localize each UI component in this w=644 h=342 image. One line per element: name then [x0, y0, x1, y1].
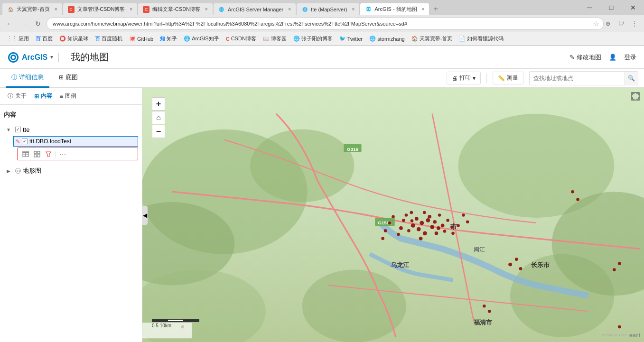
bookmark-zhishi[interactable]: ⭕ 知识星球 — [56, 34, 91, 43]
back-button[interactable]: ← — [4, 18, 15, 29]
bookmark-github[interactable]: 🐙 GitHub — [126, 35, 156, 43]
tab-icon-csdn2: C — [143, 6, 149, 13]
measure-button[interactable]: 📏 测量 — [493, 72, 523, 84]
bookmark-baidu2[interactable]: 百 百度随机 — [92, 34, 125, 43]
menu-button[interactable]: ⋮ — [629, 18, 640, 29]
map-area[interactable]: G316 G1501 — [142, 88, 644, 342]
tab-csdn2[interactable]: C 编辑文章-CSDN博客 × — [138, 3, 213, 15]
forward-button[interactable]: → — [18, 18, 29, 29]
close-button[interactable]: ✕ — [622, 0, 644, 15]
bookmark-stormzhang[interactable]: 🌐 stormzhang — [366, 35, 407, 43]
sidebar-tab-content[interactable]: ⊞ 内容 — [30, 90, 56, 102]
sidebar: ⓘ 关于 ⊞ 内容 ≡ 图例 内容 ▼ tte — [0, 88, 142, 342]
shield-icon[interactable]: 🛡 — [616, 18, 627, 29]
zhishi-icon: ⭕ — [59, 36, 66, 42]
svg-point-61 — [571, 190, 574, 194]
layer-more-button[interactable]: ··· — [58, 149, 68, 158]
tianyikuandai-icon: 🏠 — [411, 36, 418, 42]
tab-icon-csdn1: C — [68, 6, 75, 13]
home-button[interactable]: ⌂ — [152, 111, 165, 124]
bookmark-tianyikuandai[interactable]: 🏠 天翼宽带-首页 — [409, 34, 456, 43]
tab-close-csdn2[interactable]: × — [205, 7, 208, 12]
sidebar-tab-legend[interactable]: ≡ 图例 — [56, 90, 80, 102]
address-input[interactable] — [47, 18, 604, 30]
bookmark-csdn[interactable]: C CSDN博客 — [223, 34, 259, 43]
zoom-in-button[interactable]: + — [152, 97, 165, 111]
tab-csdn1[interactable]: C 文章管理-CSDN博客 × — [63, 3, 138, 15]
modify-map-button[interactable]: ✎ 修改地图 — [569, 53, 601, 62]
content-icon: ⊞ — [34, 93, 39, 100]
map-expand-button[interactable] — [631, 92, 640, 101]
search-button[interactable]: 🔍 — [625, 72, 638, 85]
esri-logo-text: esri — [629, 332, 640, 339]
grid-icon — [34, 151, 40, 157]
layer-group-tte-header[interactable]: ▼ tte — [4, 123, 138, 136]
layer-grid-button[interactable] — [32, 150, 42, 158]
sidebar-content: 内容 ▼ tte ✎ ttt.DBO.foodTest — [0, 105, 142, 342]
zhihu-icon: 知 — [160, 35, 165, 42]
extensions-button[interactable]: ⊕ — [602, 18, 614, 29]
tab-basemap[interactable]: ⊞ 底图 — [53, 69, 84, 88]
bookmark-twitter[interactable]: 🐦 Twitter — [336, 35, 365, 43]
bookmark-zhangziyang[interactable]: 🌐 张子阳的博客 — [290, 34, 336, 43]
minimize-button[interactable]: ─ — [579, 0, 600, 15]
tab-close-csdn1[interactable]: × — [130, 7, 132, 12]
tab-close-mapserver[interactable]: × — [352, 7, 355, 12]
foodtest-checkbox[interactable] — [22, 139, 28, 144]
layer-filter-button[interactable] — [43, 150, 54, 158]
bookmark-zhihu[interactable]: 知 知乎 — [157, 34, 180, 43]
user-icon[interactable]: 👤 — [609, 54, 616, 61]
arcgis-logo[interactable]: ArcGIS ▾ — [8, 52, 53, 63]
sidebar-tab-about[interactable]: ⓘ 关于 — [4, 90, 30, 102]
print-icon: 🖨 — [452, 75, 457, 82]
svg-point-27 — [417, 227, 421, 231]
bookmark-apps[interactable]: ⋮⋮ 应用 — [4, 34, 32, 43]
tte-collapse-btn[interactable]: ▼ — [4, 125, 13, 134]
window-controls: ─ □ ✕ — [579, 0, 644, 15]
tab-detail-info[interactable]: ⓘ 详细信息 — [6, 69, 49, 88]
bookmark-baidu[interactable]: 百 百度 — [33, 34, 56, 43]
search-input[interactable] — [530, 73, 625, 83]
zoom-out-button[interactable]: − — [152, 125, 165, 138]
baidu2-icon: 百 — [95, 35, 100, 42]
layer-group-terrain: ▶ ○ 地形图 — [4, 164, 138, 177]
tab-close-arcgis-map[interactable]: × — [422, 7, 425, 12]
svg-point-47 — [410, 211, 413, 214]
maximize-button[interactable]: □ — [600, 0, 622, 15]
svg-point-40 — [443, 230, 447, 233]
tab-label-arcgis-map: ArcGIS - 我的地图 — [374, 6, 417, 13]
tab-tianyikuandai[interactable]: 🏠 天翼宽带-首页 × — [2, 3, 63, 15]
layer-item-foodtest-row[interactable]: ✎ ttt.DBO.foodTest — [13, 136, 138, 147]
tte-checkbox[interactable] — [15, 127, 21, 132]
tab-arcgis-manager[interactable]: 🌐 ArcGIS Server Manager × — [213, 3, 296, 15]
login-button[interactable]: 登录 — [624, 53, 636, 62]
terrain-checkbox[interactable]: ○ — [15, 168, 21, 174]
new-tab-button[interactable]: + — [429, 3, 442, 15]
search-box: 🔍 — [529, 71, 638, 85]
svg-point-53 — [381, 237, 384, 240]
bookmark-boke[interactable]: 📖 博客园 — [260, 34, 289, 43]
scale-text: 0 5 10km — [152, 323, 171, 328]
layer-table-button[interactable] — [20, 150, 31, 158]
bookmark-tianyikuandai-label: 天翼宽带-首页 — [420, 35, 453, 42]
tab-label-csdn2: 编辑文章-CSDN博客 — [152, 6, 200, 13]
bookmark-star-icon[interactable]: ☆ — [593, 20, 599, 28]
svg-point-46 — [405, 213, 408, 217]
main-layout: ⓘ 关于 ⊞ 内容 ≡ 图例 内容 ▼ tte — [0, 88, 644, 342]
terrain-collapse-btn[interactable]: ▶ — [4, 166, 13, 176]
tab-label-csdn1: 文章管理-CSDN博客 — [77, 6, 125, 13]
baidu-icon: 百 — [36, 35, 41, 42]
print-button[interactable]: 🖨 打印 ▾ — [447, 72, 481, 84]
tab-icon-mapserver: 🌐 — [301, 6, 308, 13]
svg-point-42 — [402, 219, 405, 222]
svg-point-65 — [483, 305, 486, 308]
bookmark-source-code[interactable]: 📄 如何看懂源代码 — [456, 34, 506, 43]
bookmark-arcgis-zhihu[interactable]: 🌐 ArcGIS知乎 — [181, 34, 222, 43]
layer-group-terrain-header[interactable]: ▶ ○ 地形图 — [4, 164, 138, 177]
sidebar-collapse-btn[interactable]: ◀ — [142, 206, 148, 225]
tab-close-arcgis-manager[interactable]: × — [288, 7, 291, 12]
tab-arcgis-map[interactable]: 🌐 ArcGIS - 我的地图 × — [360, 3, 429, 15]
tab-mapserver[interactable]: 🌐 tte (MapServer) × — [296, 3, 360, 15]
reload-button[interactable]: ↻ — [32, 18, 44, 29]
tab-close-tianyikuandai[interactable]: × — [55, 7, 57, 12]
